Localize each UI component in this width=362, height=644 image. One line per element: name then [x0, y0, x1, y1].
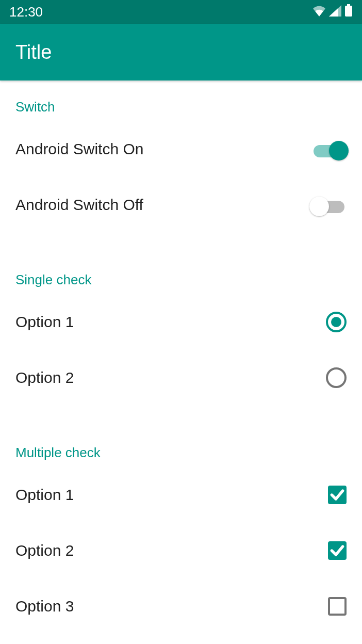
- section-header-single: Single check: [0, 253, 362, 294]
- row-label: Option 2: [15, 369, 74, 387]
- checkbox[interactable]: [328, 486, 347, 504]
- row-label: Android Switch On: [15, 140, 143, 158]
- app-bar: Title: [0, 24, 362, 81]
- row-radio-2[interactable]: Option 2: [0, 350, 362, 406]
- section-header-multiple: Multiple check: [0, 426, 362, 467]
- row-check-2[interactable]: Option 2: [0, 523, 362, 578]
- status-time: 12:30: [9, 4, 43, 20]
- row-check-1[interactable]: Option 1: [0, 467, 362, 523]
- status-bar: 12:30: [0, 0, 362, 24]
- content: Switch Android Switch On Android Switch …: [0, 81, 362, 634]
- signal-icon: [329, 4, 341, 20]
- svg-rect-0: [347, 4, 350, 6]
- row-label: Option 1: [15, 486, 74, 504]
- section-header-switch: Switch: [0, 81, 362, 121]
- row-label: Option 3: [15, 598, 74, 615]
- row-switch-off[interactable]: Android Switch Off: [0, 177, 362, 233]
- row-label: Android Switch Off: [15, 196, 143, 214]
- row-label: Option 1: [15, 313, 74, 331]
- radio-button[interactable]: [326, 367, 347, 388]
- checkbox[interactable]: [328, 541, 347, 560]
- checkbox[interactable]: [328, 597, 347, 616]
- switch-toggle[interactable]: [311, 196, 347, 214]
- svg-rect-1: [345, 6, 352, 17]
- wifi-icon: [312, 4, 326, 20]
- radio-button[interactable]: [326, 312, 347, 332]
- switch-toggle[interactable]: [311, 140, 347, 158]
- row-check-3[interactable]: Option 3: [0, 578, 362, 634]
- row-label: Option 2: [15, 542, 74, 559]
- row-switch-on[interactable]: Android Switch On: [0, 121, 362, 177]
- row-radio-1[interactable]: Option 1: [0, 294, 362, 350]
- page-title: Title: [15, 41, 52, 63]
- battery-icon: [344, 4, 353, 20]
